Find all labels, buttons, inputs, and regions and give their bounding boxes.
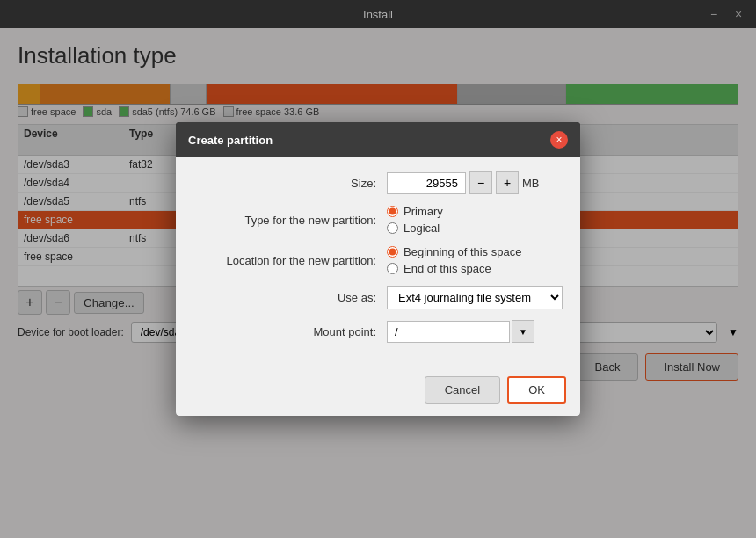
radio-logical[interactable]: Logical xyxy=(387,222,563,235)
radio-end-input[interactable] xyxy=(387,263,398,274)
cancel-button[interactable]: Cancel xyxy=(425,376,500,404)
mount-control: ▼ xyxy=(387,320,563,343)
modal-close-button[interactable]: × xyxy=(550,131,568,149)
radio-primary[interactable]: Primary xyxy=(387,205,563,218)
mount-point-dropdown-button[interactable]: ▼ xyxy=(512,320,534,343)
radio-end-label: End of this space xyxy=(403,262,491,275)
size-unit: MB xyxy=(522,177,540,190)
create-partition-dialog: Create partition × Size: − + MB Type for… xyxy=(176,122,580,416)
size-label: Size: xyxy=(193,177,387,190)
size-input[interactable] xyxy=(387,172,466,194)
radio-beginning-label: Beginning of this space xyxy=(403,245,521,258)
modal-title: Create partition xyxy=(188,134,273,147)
radio-primary-input[interactable] xyxy=(387,206,398,217)
size-row: Size: − + MB xyxy=(193,171,563,194)
radio-logical-label: Logical xyxy=(403,222,440,235)
use-as-label: Use as: xyxy=(193,291,387,304)
partition-type-row: Type for the new partition: Primary Logi… xyxy=(193,205,563,235)
location-radio-group: Beginning of this space End of this spac… xyxy=(387,245,563,275)
location-control: Beginning of this space End of this spac… xyxy=(387,245,563,275)
size-minus-button[interactable]: − xyxy=(469,171,492,194)
mount-point-input[interactable] xyxy=(387,321,510,343)
mount-point-row: Mount point: ▼ xyxy=(193,320,563,343)
partition-type-radio-group: Primary Logical xyxy=(387,205,563,235)
radio-end[interactable]: End of this space xyxy=(387,262,563,275)
use-as-row: Use as: Ext4 journaling file system xyxy=(193,286,563,309)
mount-point-label: Mount point: xyxy=(193,325,387,338)
radio-primary-label: Primary xyxy=(403,205,443,218)
location-row: Location for the new partition: Beginnin… xyxy=(193,245,563,275)
partition-type-control: Primary Logical xyxy=(387,205,563,235)
modal-header: Create partition × xyxy=(176,122,580,157)
location-label: Location for the new partition: xyxy=(193,254,387,267)
ok-button[interactable]: OK xyxy=(507,376,566,404)
use-as-select[interactable]: Ext4 journaling file system xyxy=(387,286,563,309)
modal-overlay: Create partition × Size: − + MB Type for… xyxy=(0,0,756,538)
partition-type-label: Type for the new partition: xyxy=(193,214,387,227)
modal-body: Size: − + MB Type for the new partition:… xyxy=(176,157,580,367)
size-control: − + MB xyxy=(387,171,563,194)
radio-beginning-input[interactable] xyxy=(387,246,398,258)
modal-footer: Cancel OK xyxy=(176,367,580,416)
radio-beginning[interactable]: Beginning of this space xyxy=(387,245,563,258)
radio-logical-input[interactable] xyxy=(387,222,398,234)
size-plus-button[interactable]: + xyxy=(496,171,519,194)
use-as-control: Ext4 journaling file system xyxy=(387,286,563,309)
